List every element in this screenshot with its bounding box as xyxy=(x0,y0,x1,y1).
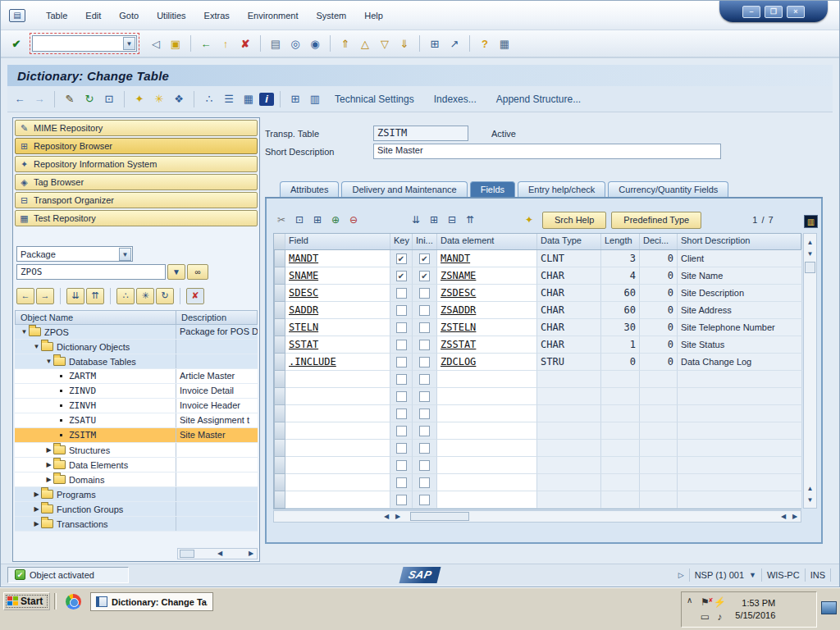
cell-field[interactable]: SNAME xyxy=(285,267,390,285)
system-menu-icon[interactable]: ▤ xyxy=(9,9,25,22)
grid-scroll-left-icon[interactable]: ◀ xyxy=(381,512,392,522)
page-up-icon[interactable]: △ xyxy=(356,34,374,52)
tree-hierarchy-icon[interactable]: ∴ xyxy=(116,288,135,304)
cell-field[interactable]: SDESC xyxy=(285,285,390,302)
row-selector[interactable] xyxy=(274,285,285,302)
collapsed-arrow-icon[interactable]: ▶ xyxy=(32,505,41,513)
favorites-icon[interactable]: ✳ xyxy=(136,288,154,304)
network-icon[interactable]: ▭ xyxy=(697,609,712,624)
collapse-icon[interactable]: ⊟ xyxy=(444,212,460,228)
menu-utilities[interactable]: Utilities xyxy=(148,8,194,23)
key-checkbox[interactable] xyxy=(396,322,407,333)
enter-icon[interactable]: ✔ xyxy=(7,34,25,52)
tree-scroll-right-icon[interactable]: ▶ xyxy=(245,549,257,559)
action-center-icon[interactable]: ⚑ xyxy=(697,595,712,609)
initial-checkbox[interactable] xyxy=(419,426,430,436)
expanded-arrow-icon[interactable]: ▼ xyxy=(20,328,29,336)
grid-vscroll-thumb[interactable] xyxy=(805,262,815,273)
cell-field[interactable] xyxy=(285,388,390,405)
print-icon[interactable]: ▤ xyxy=(267,34,285,52)
tree-node-zsitm[interactable]: ZSITMSite Master xyxy=(15,428,258,443)
transp-table-field[interactable]: ZSITM xyxy=(373,126,468,141)
grid-hscrollbar[interactable]: ◀ ▶ ◀ ▶ xyxy=(273,510,801,523)
cell-data-element[interactable] xyxy=(437,422,537,440)
sidebar-item-test-repository[interactable]: ▦Test Repository xyxy=(15,210,258,226)
create-shortcut-icon[interactable]: ↗ xyxy=(445,34,463,52)
cancel-icon[interactable]: ✘ xyxy=(236,34,254,52)
paste-icon[interactable]: ⊞ xyxy=(309,212,326,228)
row-selector[interactable] xyxy=(274,491,285,509)
sidebar-item-transport-organizer[interactable]: ⊟Transport Organizer xyxy=(15,192,258,208)
close-browser-icon[interactable]: ✘ xyxy=(186,288,204,304)
key-checkbox[interactable] xyxy=(396,288,407,299)
row-selector[interactable] xyxy=(274,440,285,457)
customize-layout-icon[interactable]: ▦ xyxy=(495,34,514,52)
insert-row-icon[interactable]: ⊕ xyxy=(327,212,344,228)
activate-icon[interactable]: ✳ xyxy=(150,90,168,108)
collapsed-arrow-icon[interactable]: ▶ xyxy=(44,461,53,468)
sidebar-item-repository-browser[interactable]: ⊞Repository Browser xyxy=(15,138,258,154)
graphic-icon[interactable]: ⊞ xyxy=(286,90,304,108)
initial-checkbox[interactable] xyxy=(419,357,430,368)
cell-field[interactable] xyxy=(285,457,390,474)
tree-hscroll-thumb[interactable] xyxy=(180,550,194,558)
sidebar-item-tag-browser[interactable]: ◈Tag Browser xyxy=(15,174,258,190)
key-checkbox[interactable] xyxy=(396,495,407,505)
tray-chevron-icon[interactable]: ∧ xyxy=(687,596,692,605)
initial-checkbox[interactable] xyxy=(419,460,430,471)
back-icon[interactable]: ← xyxy=(197,34,215,52)
initial-checkbox[interactable] xyxy=(419,495,430,505)
tree-node-zinvh[interactable]: ZINVHInvoice Header xyxy=(15,399,258,413)
initial-checkbox[interactable]: ✔ xyxy=(419,271,430,281)
expanded-arrow-icon[interactable]: ▼ xyxy=(44,358,53,365)
technical-settings-button[interactable]: Technical Settings xyxy=(326,94,423,105)
lock-icon[interactable]: ✦ xyxy=(130,90,148,108)
cell-data-element[interactable] xyxy=(437,440,537,457)
grid-scroll-down-icon[interactable]: ▼ xyxy=(804,249,816,260)
expand-all-icon[interactable]: ⇊ xyxy=(66,288,84,304)
key-checkbox[interactable] xyxy=(396,305,407,316)
grid-scroll-up2-icon[interactable]: ▲ xyxy=(804,483,816,495)
indexes-button[interactable]: Indexes... xyxy=(425,94,486,105)
expand-icon[interactable]: ⊞ xyxy=(426,212,442,228)
tree-node-domains[interactable]: ▶Domains xyxy=(15,472,258,487)
key-checkbox[interactable] xyxy=(396,477,407,488)
collapsed-arrow-icon[interactable]: ▶ xyxy=(32,491,41,498)
key-checkbox[interactable] xyxy=(396,426,407,436)
tree-node-structures[interactable]: ▶Structures xyxy=(15,443,258,458)
grid-vscrollbar[interactable]: ▲ ▼ ▲ ▼ xyxy=(803,233,817,509)
menu-goto[interactable]: Goto xyxy=(110,8,148,23)
cell-data-element[interactable]: MANDT xyxy=(437,250,537,267)
where-used-icon[interactable]: ❖ xyxy=(170,90,188,108)
new-session-icon[interactable]: ⊞ xyxy=(426,34,444,52)
row-selector[interactable] xyxy=(274,457,285,474)
initial-checkbox[interactable] xyxy=(419,322,430,333)
cell-field[interactable]: STELN xyxy=(285,319,390,336)
hierarchy-icon[interactable]: ∴ xyxy=(200,90,218,108)
cell-field[interactable] xyxy=(285,405,390,422)
cell-data-element[interactable] xyxy=(437,474,537,491)
tree-node-transactions[interactable]: ▶Transactions xyxy=(15,517,258,532)
delete-row-icon[interactable]: ⊖ xyxy=(345,212,362,228)
history-forward-icon[interactable]: → xyxy=(36,288,54,304)
initial-checkbox[interactable] xyxy=(419,443,430,454)
tree-node-database-tables[interactable]: ▼Database Tables xyxy=(15,354,258,369)
cell-field[interactable]: SSTAT xyxy=(285,336,390,354)
cell-field[interactable] xyxy=(285,491,390,509)
system-dropdown-icon[interactable]: ▼ xyxy=(749,571,756,579)
cell-field[interactable] xyxy=(285,474,390,491)
page-down-icon[interactable]: ▽ xyxy=(376,34,394,52)
back-nav-icon[interactable]: ◁ xyxy=(147,34,165,52)
row-selector[interactable] xyxy=(274,388,285,405)
key-checkbox[interactable] xyxy=(396,374,407,385)
info-icon[interactable]: i xyxy=(259,93,274,106)
key-checkbox[interactable] xyxy=(396,460,407,471)
refresh-icon[interactable]: ↻ xyxy=(80,90,98,108)
collapsed-arrow-icon[interactable]: ▶ xyxy=(44,476,53,483)
menu-extras[interactable]: Extras xyxy=(195,8,239,23)
tree-node-zsatu[interactable]: ZSATUSite Assignment t xyxy=(15,413,258,428)
first-page-icon[interactable]: ⇑ xyxy=(336,34,354,52)
cell-data-element[interactable] xyxy=(437,371,537,388)
tree-hscrollbar[interactable]: ◀ ▶ xyxy=(177,548,258,559)
restore-icon[interactable]: ❐ xyxy=(765,6,783,18)
